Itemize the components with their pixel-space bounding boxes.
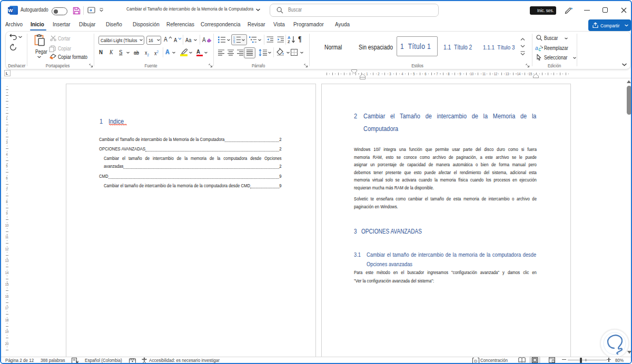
- svg-text:3.: 3.: [233, 41, 235, 43]
- svg-text:a: a: [535, 45, 538, 51]
- svg-text:D: D: [475, 358, 478, 363]
- svg-text:c: c: [539, 46, 541, 51]
- svg-text:W: W: [8, 7, 13, 13]
- svg-text:Z: Z: [288, 39, 290, 44]
